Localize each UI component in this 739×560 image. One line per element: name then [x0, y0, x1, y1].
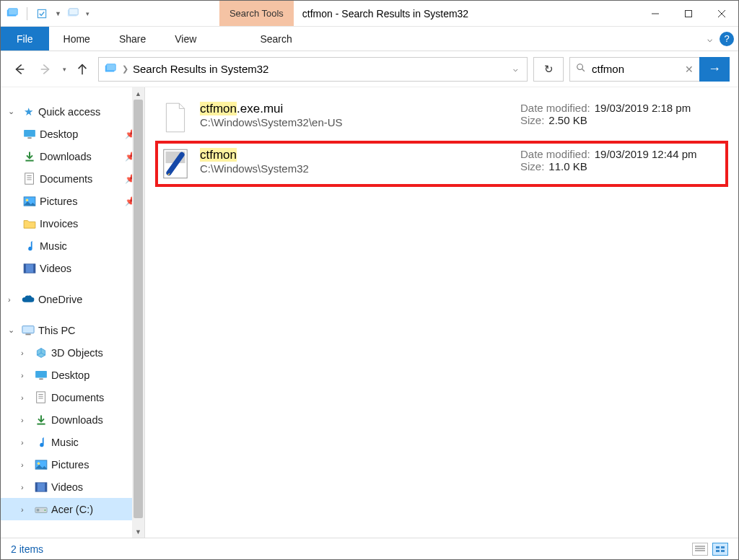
details-view-button[interactable] — [692, 543, 708, 556]
large-icons-view-button[interactable] — [712, 543, 728, 556]
maximize-button[interactable] — [672, 1, 705, 26]
search-box[interactable]: ctfmon ✕ — [569, 57, 699, 82]
result-path: C:\Windows\System32\en-US — [200, 116, 510, 128]
sidebar-item-label: Music — [40, 240, 67, 252]
chevron-right-icon[interactable]: › — [8, 295, 18, 304]
up-button[interactable] — [72, 59, 92, 79]
svg-rect-4 — [69, 8, 79, 14]
properties-icon[interactable] — [35, 6, 49, 21]
sidebar-item-label: Pictures — [40, 196, 77, 207]
chevron-right-icon[interactable]: › — [21, 393, 31, 402]
sidebar-scrollbar[interactable]: ▲ ▼ — [132, 87, 144, 538]
sidebar-quick-access[interactable]: ⌄ ★ Quick access — [1, 100, 144, 123]
chevron-right-icon[interactable]: › — [21, 371, 31, 380]
quick-access-toolbar: ▼ ▾ — [1, 1, 89, 26]
pictures-icon — [22, 195, 37, 208]
file-menu[interactable]: File — [1, 27, 49, 51]
tab-view[interactable]: View — [160, 27, 211, 51]
search-submit-button[interactable]: → — [699, 57, 730, 82]
status-bar: 2 items — [1, 538, 738, 559]
location-icon — [103, 62, 118, 76]
navigation-pane: ⌄ ★ Quick access Desktop 📌 Downloads 📌 D… — [1, 87, 145, 538]
address-bar[interactable]: ❯ Search Results in System32 ⌵ — [98, 57, 528, 82]
sidebar-label: OneDrive — [38, 294, 82, 305]
svg-rect-1 — [9, 8, 18, 14]
ribbon-expand-button[interactable]: ⌵ — [707, 34, 712, 44]
chevron-right-icon[interactable]: › — [21, 416, 31, 424]
chevron-right-icon[interactable]: › — [21, 505, 31, 514]
svg-rect-40 — [35, 482, 38, 491]
sidebar-item-desktop[interactable]: Desktop 📌 — [1, 123, 144, 145]
sidebar-item-desktop[interactable]: › Desktop — [1, 364, 144, 386]
scroll-track[interactable] — [132, 100, 144, 525]
sidebar-item-videos[interactable]: › Videos — [1, 476, 144, 498]
chevron-down-icon[interactable]: ⌄ — [8, 107, 18, 116]
file-icon — [161, 102, 190, 134]
tab-share[interactable]: Share — [105, 27, 160, 51]
svg-rect-43 — [37, 509, 40, 512]
sidebar-item-pictures[interactable]: › Pictures — [1, 453, 144, 476]
sidebar-item-3d-objects[interactable]: › 3D Objects — [1, 341, 144, 364]
sidebar-item-acer-c-[interactable]: › Acer (C:) — [1, 498, 144, 520]
svg-rect-19 — [25, 172, 34, 183]
help-button[interactable]: ? — [720, 32, 734, 46]
sidebar-item-label: Documents — [40, 173, 92, 185]
search-result-item[interactable]: ctfmon C:\Windows\System32 Date modified… — [155, 141, 728, 187]
svg-line-15 — [582, 69, 585, 71]
svg-rect-53 — [721, 550, 725, 552]
address-history-dropdown[interactable]: ⌵ — [509, 64, 522, 74]
documents-icon — [34, 391, 48, 404]
sidebar-item-label: Desktop — [51, 369, 89, 381]
music-icon — [34, 436, 48, 449]
sidebar-label: Quick access — [38, 106, 100, 118]
explorer-window: ▼ ▾ Search Tools ctfmon - Search Results… — [0, 0, 739, 560]
sidebar-item-downloads[interactable]: Downloads 📌 — [1, 145, 144, 167]
scroll-up-button[interactable]: ▲ — [132, 87, 144, 100]
videos-icon — [34, 481, 48, 494]
qat-customize-dropdown[interactable]: ▾ — [86, 10, 89, 17]
sidebar-item-videos[interactable]: Videos — [1, 257, 144, 279]
pc-icon — [21, 324, 35, 337]
clear-search-button[interactable]: ✕ — [685, 64, 694, 75]
sidebar-item-music[interactable]: Music — [1, 235, 144, 257]
file-icon — [161, 148, 190, 180]
window-title: ctfmon - Search Results in System32 — [302, 1, 468, 26]
chevron-right-icon[interactable]: › — [21, 349, 31, 357]
close-button[interactable] — [705, 1, 738, 26]
search-tools-tab[interactable]: Search Tools — [219, 1, 294, 26]
back-button[interactable] — [9, 59, 30, 79]
titlebar: ▼ ▾ Search Tools ctfmon - Search Results… — [1, 1, 738, 27]
tab-search[interactable]: Search — [245, 27, 306, 51]
chevron-down-icon[interactable]: ⌄ — [8, 325, 18, 335]
sidebar-item-downloads[interactable]: › Downloads — [1, 408, 144, 431]
sidebar-onedrive[interactable]: › OneDrive — [1, 288, 144, 310]
svg-rect-30 — [35, 370, 47, 377]
recent-locations-dropdown[interactable]: ▾ — [63, 66, 66, 73]
result-metadata: Date modified:19/03/2019 12:44 pm Size:1… — [520, 148, 722, 172]
pictures-icon — [34, 458, 48, 471]
chevron-right-icon[interactable]: › — [21, 483, 31, 491]
result-filename: ctfmon.exe.mui — [200, 102, 510, 116]
sidebar-this-pc[interactable]: ⌄ This PC — [1, 319, 144, 341]
forward-button[interactable] — [35, 59, 56, 79]
separator — [27, 7, 27, 20]
sidebar-item-documents[interactable]: › Documents — [1, 386, 144, 408]
sidebar-item-documents[interactable]: Documents 📌 — [1, 167, 144, 190]
chevron-right-icon[interactable]: › — [21, 460, 31, 469]
svg-rect-13 — [107, 64, 116, 70]
minimize-button[interactable] — [639, 1, 672, 26]
new-folder-icon[interactable] — [66, 6, 80, 21]
sidebar-item-invoices[interactable]: Invoices — [1, 212, 144, 235]
sidebar-item-pictures[interactable]: Pictures 📌 — [1, 190, 144, 212]
qat-dropdown[interactable]: ▼ — [55, 10, 61, 17]
tab-home[interactable]: Home — [49, 27, 105, 51]
sidebar-item-music[interactable]: › Music — [1, 431, 144, 453]
scroll-down-button[interactable]: ▼ — [132, 525, 144, 538]
svg-rect-29 — [25, 333, 30, 335]
breadcrumb-location[interactable]: Search Results in System32 — [133, 63, 268, 75]
search-result-item[interactable]: ctfmon.exe.mui C:\Windows\System32\en-US… — [155, 95, 728, 141]
scroll-thumb[interactable] — [134, 100, 143, 518]
breadcrumb-separator[interactable]: ❯ — [122, 64, 128, 74]
chevron-right-icon[interactable]: › — [21, 438, 31, 447]
refresh-button[interactable]: ↻ — [533, 57, 564, 82]
